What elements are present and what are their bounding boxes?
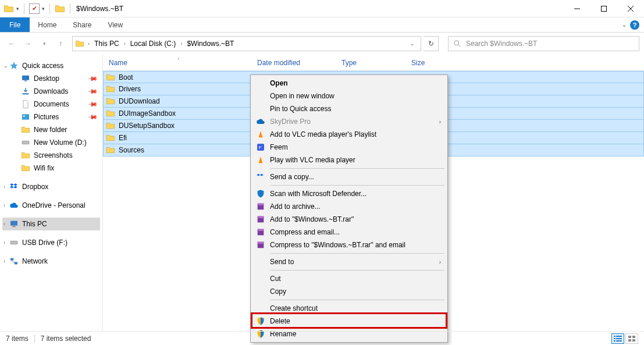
menu-cut[interactable]: Cut <box>252 272 446 285</box>
crumb-local-disk[interactable]: Local Disk (C:) <box>129 40 177 48</box>
status-selected-count: 7 items selected <box>41 335 91 343</box>
ribbon-collapse-icon[interactable]: ⌄ <box>622 22 627 28</box>
close-button[interactable] <box>617 0 644 17</box>
svg-rect-12 <box>22 141 29 144</box>
svg-rect-32 <box>614 338 615 339</box>
view-details-button[interactable] <box>611 333 624 344</box>
maximize-button[interactable] <box>590 0 617 17</box>
tab-share[interactable]: Share <box>65 17 99 32</box>
svg-rect-38 <box>628 339 631 342</box>
chevron-right-icon[interactable]: › <box>3 221 5 227</box>
svg-rect-16 <box>10 258 13 261</box>
view-large-icons-button[interactable] <box>625 333 638 344</box>
column-type[interactable]: Type <box>336 59 405 67</box>
sidebar-network[interactable]: › Network <box>2 255 100 268</box>
up-button[interactable]: ↑ <box>54 37 67 51</box>
document-icon <box>21 99 30 109</box>
menu-send-a-copy[interactable]: Send a copy... <box>252 170 446 183</box>
svg-marker-6 <box>10 62 17 69</box>
properties-button[interactable]: ✔ <box>29 3 40 14</box>
menu-compress-rar-email[interactable]: Compress to "$Windows.~BT.rar" and email <box>252 239 446 251</box>
folder-icon <box>106 84 115 94</box>
sidebar-dropbox[interactable]: › Dropbox <box>2 180 100 193</box>
menu-add-to-rar[interactable]: Add to "$Windows.~BT.rar" <box>252 213 446 226</box>
menu-send-to[interactable]: Send to› <box>252 255 446 268</box>
recent-dropdown-icon[interactable]: ▾ <box>37 37 51 51</box>
file-name: Drivers <box>119 85 141 93</box>
drive-icon <box>21 138 30 147</box>
sidebar-item-pictures[interactable]: Pictures 📌 <box>2 111 100 123</box>
column-date[interactable]: Date modified <box>251 59 336 67</box>
folder-icon <box>106 145 115 155</box>
sidebar-item-desktop[interactable]: Desktop 📌 <box>2 72 100 85</box>
sidebar-item-screenshots[interactable]: Screenshots <box>2 149 100 162</box>
chevron-right-icon[interactable]: › <box>122 41 128 47</box>
sidebar-quick-access[interactable]: ⌄ Quick access <box>2 59 100 72</box>
sidebar-item-downloads[interactable]: Downloads 📌 <box>2 85 100 98</box>
menu-delete[interactable]: Delete <box>252 315 446 328</box>
svg-rect-8 <box>24 80 27 81</box>
sidebar-item-wifi-fix[interactable]: Wifi fix <box>2 162 100 175</box>
sidebar-item-new-folder[interactable]: New folder <box>2 123 100 136</box>
breadcrumb-dropdown-icon[interactable]: ⌄ <box>407 41 418 47</box>
menu-feem[interactable]: F Feem <box>252 141 446 154</box>
menu-pin-quick-access[interactable]: Pin to Quick access <box>252 102 446 115</box>
chevron-right-icon[interactable]: › <box>178 41 184 47</box>
file-tab[interactable]: File <box>0 17 30 32</box>
back-button[interactable]: ← <box>5 37 19 51</box>
forward-button[interactable]: → <box>21 37 35 51</box>
help-button[interactable]: ? <box>630 20 639 30</box>
svg-rect-15 <box>10 241 17 244</box>
sidebar-item-new-volume[interactable]: New Volume (D:) <box>2 136 100 149</box>
menu-scan-defender[interactable]: Scan with Microsoft Defender... <box>252 187 446 200</box>
menu-create-shortcut[interactable]: Create shortcut <box>252 302 446 315</box>
sidebar-this-pc[interactable]: › This PC <box>2 218 100 230</box>
menu-compress-email[interactable]: Compress and email... <box>252 226 446 239</box>
menu-vlc-play[interactable]: Play with VLC media player <box>252 154 446 166</box>
folder-icon <box>106 97 115 106</box>
sidebar-usb-drive[interactable]: › USB Drive (F:) <box>2 236 100 249</box>
menu-open[interactable]: Open <box>252 77 446 90</box>
menu-open-new-window[interactable]: Open in new window <box>252 90 446 102</box>
refresh-button[interactable]: ↻ <box>424 36 439 51</box>
folder-icon <box>106 109 115 118</box>
menu-skydrive-pro[interactable]: SkyDrive Pro› <box>252 115 446 128</box>
column-size[interactable]: Size <box>405 59 452 67</box>
tab-view[interactable]: View <box>99 17 131 32</box>
download-icon <box>21 87 30 96</box>
breadcrumb[interactable]: › This PC › Local Disk (C:) › $Windows.~… <box>72 36 421 51</box>
menu-separator <box>270 300 444 300</box>
pin-icon: 📌 <box>87 73 98 84</box>
menu-add-archive[interactable]: Add to archive... <box>252 200 446 213</box>
file-name: DUDownload <box>119 97 160 105</box>
column-name[interactable]: Name˄ <box>103 59 251 67</box>
crumb-current[interactable]: $Windows.~BT <box>186 40 235 48</box>
chevron-right-icon[interactable]: › <box>86 41 92 47</box>
menu-separator <box>270 185 444 186</box>
network-icon <box>9 257 19 266</box>
menu-copy[interactable]: Copy <box>252 285 446 298</box>
tab-home[interactable]: Home <box>30 17 65 32</box>
chevron-right-icon[interactable]: › <box>3 184 5 190</box>
qat-dropdown-icon[interactable]: ▾ <box>42 6 45 12</box>
sidebar-onedrive[interactable]: › OneDrive - Personal <box>2 199 100 212</box>
menu-vlc-add-playlist[interactable]: Add to VLC media player's Playlist <box>252 128 446 141</box>
crumb-this-pc[interactable]: This PC <box>93 40 120 48</box>
search-placeholder: Search $Windows.~BT <box>466 40 537 48</box>
chevron-down-icon[interactable]: ⌄ <box>3 63 8 69</box>
sidebar-item-documents[interactable]: Documents 📌 <box>2 98 100 111</box>
svg-line-5 <box>458 45 461 47</box>
qat-dropdown-icon[interactable]: ▾ <box>16 6 19 12</box>
search-input[interactable]: Search $Windows.~BT <box>448 36 639 51</box>
svg-rect-10 <box>22 114 29 119</box>
svg-rect-33 <box>616 338 622 339</box>
minimize-button[interactable] <box>564 0 590 17</box>
folder-icon <box>55 3 65 14</box>
chevron-right-icon[interactable]: › <box>3 202 5 208</box>
chevron-right-icon[interactable]: › <box>3 258 5 264</box>
svg-rect-31 <box>616 336 622 337</box>
shield-uac-icon <box>256 316 265 326</box>
svg-rect-27 <box>258 229 264 231</box>
svg-rect-25 <box>258 216 264 218</box>
chevron-right-icon[interactable]: › <box>3 240 5 246</box>
